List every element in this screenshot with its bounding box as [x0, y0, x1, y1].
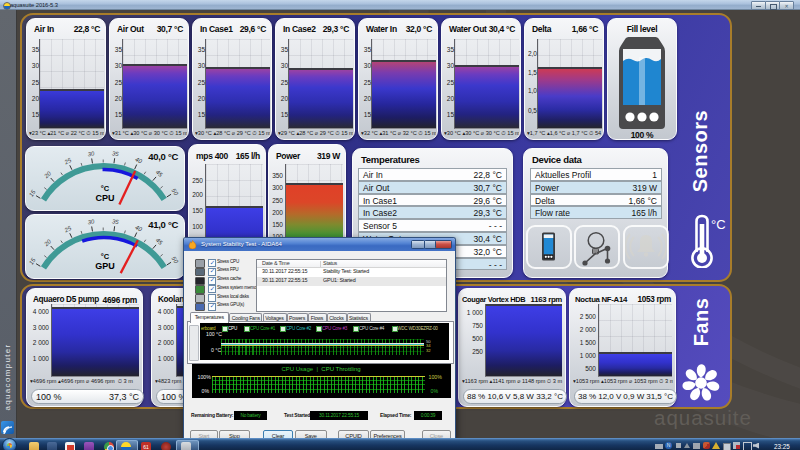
svg-text:25: 25: [63, 157, 73, 166]
svg-text:30: 30: [87, 218, 95, 225]
svg-text:25: 25: [63, 225, 73, 234]
svg-text:40: 40: [134, 224, 143, 232]
svg-text:35: 35: [112, 218, 120, 225]
svg-text:40: 40: [134, 156, 143, 164]
svg-text:°C: °C: [711, 217, 726, 232]
svg-text:35: 35: [112, 150, 120, 157]
svg-text:30: 30: [87, 150, 95, 157]
